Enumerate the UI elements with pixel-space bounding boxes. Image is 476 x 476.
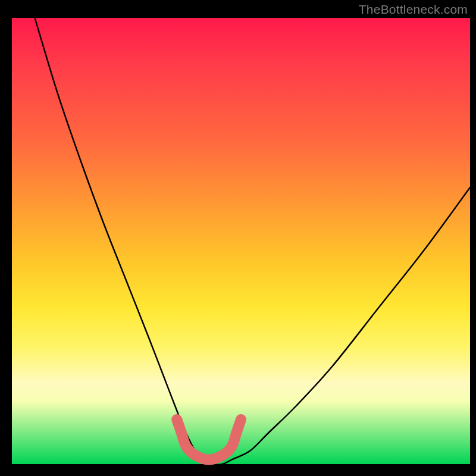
sweet-spot-marker [177,419,241,460]
plot-area [12,18,470,464]
chart-frame: TheBottleneck.com [0,0,476,476]
curve-layer [12,18,470,464]
bottleneck-curve [35,18,471,465]
watermark-text: TheBottleneck.com [359,2,468,17]
